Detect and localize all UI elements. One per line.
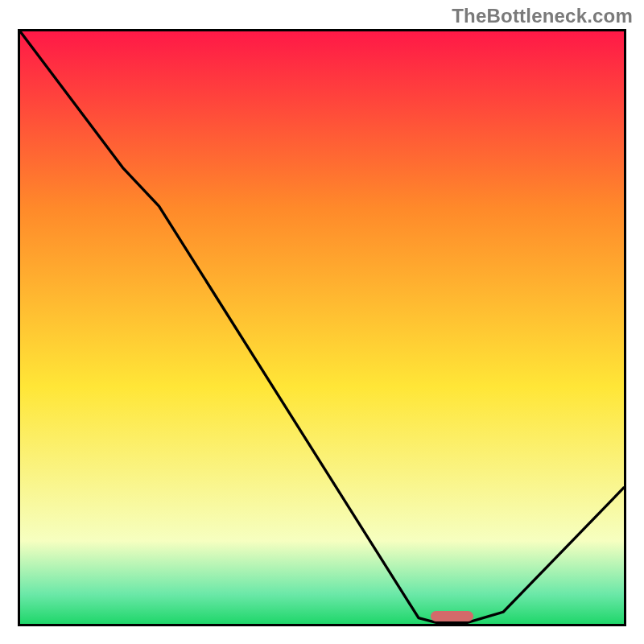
watermark-label: TheBottleneck.com (452, 5, 633, 27)
bottleneck-curve (20, 31, 624, 623)
curve-layer (20, 31, 624, 624)
chart-container: TheBottleneck.com (0, 0, 644, 644)
plot-frame (18, 29, 626, 626)
optimal-marker (431, 611, 473, 621)
